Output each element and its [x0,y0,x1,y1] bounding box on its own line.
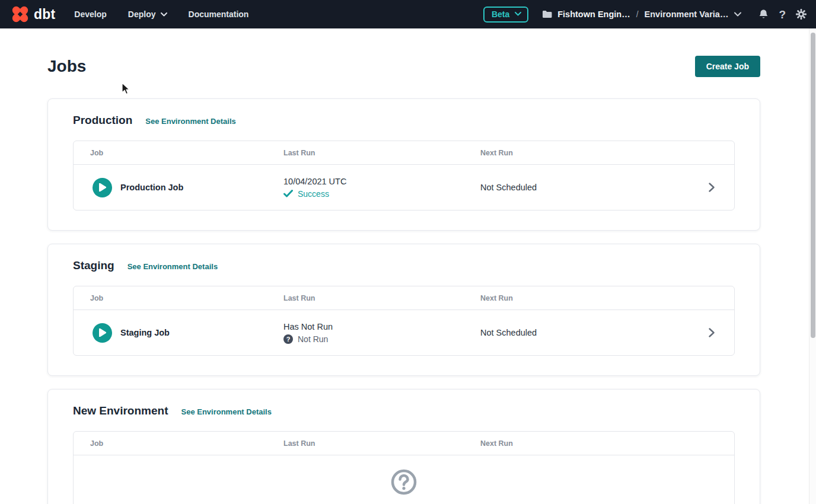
run-status-label: Not Run [298,334,328,344]
question-circle-icon: ? [283,334,293,344]
nav-item-develop-label: Develop [74,9,106,19]
see-environment-details-link[interactable]: See Environment Details [128,262,218,271]
breadcrumb-separator: / [636,9,639,19]
column-header-job: Job [74,294,283,302]
table-header-row: Job Last Run Next Run [74,432,734,455]
play-icon [98,328,106,337]
jobs-page: Jobs Create Job Production See Environme… [0,53,816,504]
run-job-button[interactable] [93,178,112,197]
environment-name: Staging [73,259,114,272]
column-header-next-run: Next Run [480,149,689,157]
nav-item-documentation[interactable]: Documentation [189,9,249,19]
check-icon [283,190,293,197]
see-environment-details-link[interactable]: See Environment Details [181,407,271,416]
empty-jobs-body [74,455,734,504]
next-run-value: Not Scheduled [480,183,689,192]
nav-item-deploy-label: Deploy [128,9,156,19]
job-name: Production Job [120,183,183,192]
create-job-button[interactable]: Create Job [695,56,760,77]
table-header-row: Job Last Run Next Run [74,286,734,310]
environment-card-production: Production See Environment Details Job L… [47,98,760,231]
column-header-next-run: Next Run [480,439,689,448]
help-icon[interactable]: ? [779,9,786,20]
job-name: Staging Job [120,328,170,337]
beta-label: Beta [492,9,509,19]
last-run-date: Has Not Run [283,322,480,331]
nav-item-deploy[interactable]: Deploy [128,9,167,19]
nav-right-group: Beta Fishtown Engin… / Environment Varia… [483,7,807,23]
column-header-job: Job [74,149,283,157]
job-row-staging[interactable]: Staging Job Has Not Run ? Not Run Not Sc… [74,310,734,355]
column-header-last-run: Last Run [283,149,480,157]
dbt-logo-icon [9,4,31,25]
breadcrumb-current[interactable]: Environment Varia… [645,9,729,19]
dbt-logo[interactable]: dbt [9,4,55,25]
see-environment-details-link[interactable]: See Environment Details [145,117,235,126]
chevron-right-icon[interactable] [709,328,715,337]
chevron-down-icon [515,12,521,16]
last-run-date: 10/04/2021 UTC [283,177,480,186]
vertical-scrollbar[interactable] [809,28,816,504]
chevron-down-icon [161,12,167,17]
folder-icon [542,10,552,18]
scrollbar-thumb[interactable] [811,33,815,338]
jobs-table: Job Last Run Next Run [73,431,735,504]
table-header-row: Job Last Run Next Run [74,141,734,165]
column-header-last-run: Last Run [283,439,480,448]
dbt-logo-text: dbt [34,7,55,23]
environment-name: New Environment [73,404,168,417]
next-run-value: Not Scheduled [480,328,689,337]
breadcrumb-account[interactable]: Fishtown Engin… [542,9,630,19]
environment-card-new-environment: New Environment See Environment Details … [47,389,760,504]
breadcrumb-account-label: Fishtown Engin… [557,9,630,19]
run-job-button[interactable] [93,323,112,343]
gear-icon[interactable] [796,9,807,20]
column-header-job: Job [74,439,283,448]
environment-name: Production [73,114,132,127]
run-status-label: Success [298,189,329,199]
beta-dropdown[interactable]: Beta [483,7,528,23]
breadcrumb: Fishtown Engin… / Environment Varia… [542,9,741,19]
chevron-down-icon[interactable] [734,12,741,17]
nav-item-documentation-label: Documentation [189,9,249,19]
page-title: Jobs [47,57,86,76]
environment-card-staging: Staging See Environment Details Job Last… [47,244,760,376]
job-row-production[interactable]: Production Job 10/04/2021 UTC Success No… [74,165,734,210]
chevron-right-icon[interactable] [709,183,715,192]
column-header-next-run: Next Run [480,294,689,302]
empty-state-question-icon [391,469,417,495]
bell-icon[interactable] [758,9,769,20]
nav-item-develop[interactable]: Develop [74,9,106,19]
jobs-table: Job Last Run Next Run Production Job 10/… [73,141,735,210]
column-header-last-run: Last Run [283,294,480,302]
jobs-table: Job Last Run Next Run Staging Job Has No… [73,286,735,356]
top-nav: dbt Develop Deploy Documentation Beta Fi… [0,0,816,28]
play-icon [98,183,106,192]
